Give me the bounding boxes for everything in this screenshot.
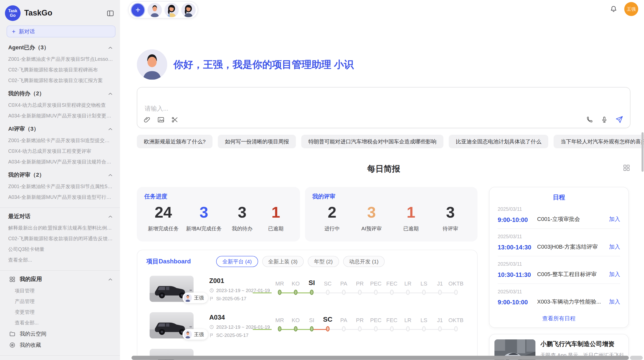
scissors-icon[interactable] — [171, 116, 179, 124]
dashboard-filter[interactable]: 全新上装 (3) — [262, 256, 304, 267]
agent-avatar[interactable] — [164, 3, 179, 17]
milestone-dot[interactable] — [278, 290, 282, 295]
metrics-row: 24新增完成任务3新增AI完成任务3我的待办1已逾期 — [144, 204, 292, 232]
milestone-dot[interactable] — [422, 290, 426, 295]
milestone-dot[interactable] — [438, 326, 442, 332]
sidebar-item-star[interactable]: 我的收藏 — [0, 339, 120, 351]
sidebar-section-header[interactable]: AI评审（3） — [0, 123, 120, 135]
milestone-track: MRKOSISCPAPRPECFECLRLSJ1OKTB — [272, 316, 477, 333]
sidebar-item-folder[interactable]: 我的云空间 — [0, 328, 120, 339]
sidebar-item-people[interactable]: AI超级员工 — [0, 358, 120, 360]
microphone-icon[interactable] — [601, 116, 608, 124]
milestone-dot[interactable] — [342, 326, 346, 332]
message-composer[interactable]: 请输入... — [137, 87, 631, 128]
event-time: 10:30-11:30 — [498, 271, 537, 278]
dashboard-filter[interactable]: 年型 (2) — [308, 256, 339, 267]
milestone-dot[interactable] — [310, 290, 314, 295]
dashboard-filter[interactable]: 动总开发 (1) — [343, 256, 385, 267]
sidebar-section-header[interactable]: 我的待办（2） — [0, 87, 120, 100]
sidebar-item[interactable]: A034-全新新能源MUV产品开发项目计划变更表编写 — [0, 111, 120, 121]
attachment-icon[interactable] — [143, 116, 151, 124]
project-dashboard-card: 项目Dashboard 全新平台 (4)全新上装 (3)年型 (2)动总开发 (… — [137, 250, 477, 360]
assistant-avatar — [137, 49, 167, 80]
notification-bell-icon[interactable] — [609, 5, 618, 13]
user-avatar[interactable]: 王强 — [624, 2, 638, 16]
sidebar-item[interactable]: C02-飞腾新能源轻客改款项目的闭环通告反馈情况 — [0, 233, 120, 244]
milestone-dot[interactable] — [342, 290, 346, 295]
project-row[interactable]: 王强Z0012023-12-19 ~ 2027-01-19SI-2025-05-… — [146, 276, 477, 302]
sidebar-item[interactable]: C0X4-动力总成开发项目SI里程碑提交物检查 — [0, 100, 120, 111]
sidebar-item[interactable]: 变更管理 — [0, 307, 120, 318]
milestone-dot[interactable] — [422, 326, 426, 332]
sidebar-section-header[interactable]: 我的评审（2） — [0, 169, 120, 181]
project-dates: 2023-12-19 ~ 2026-01-19 — [209, 324, 272, 329]
quick-agents-bar: + — [128, 1, 198, 19]
milestone-dot[interactable] — [326, 290, 330, 295]
add-agent-button[interactable]: + — [131, 3, 145, 17]
project-row[interactable]: 王强A0342023-12-19 ~ 2026-01-19SC-2025-05-… — [146, 312, 477, 338]
sidebar-item[interactable]: 产品管理 — [0, 296, 120, 307]
milestone-dot[interactable] — [406, 290, 410, 295]
send-icon[interactable] — [615, 115, 623, 124]
sidebar-item[interactable]: A034-全新新能源MUV产品开发项目造型可行性评审 — [0, 192, 120, 203]
sidebar-section-recent-header[interactable]: 最近对话 — [0, 210, 120, 222]
horizontal-scrollbar[interactable] — [131, 356, 629, 360]
milestone-dot[interactable] — [390, 326, 394, 332]
join-meeting-link[interactable]: 加入 — [609, 298, 620, 306]
assistant-greeting: 你好，王强，我是你的项目管理助理 小识 — [173, 58, 354, 71]
agent-avatar[interactable] — [148, 3, 162, 17]
sidebar-item[interactable]: 解释最新出台的欧盟报废车法规再生塑料比例被调至15%... — [0, 223, 120, 233]
layout-grid-icon[interactable] — [623, 164, 631, 172]
vertical-scrollbar[interactable] — [641, 132, 643, 172]
suggestion-chip[interactable]: 特朗普可能对进口汽车增税会对中国车企造成哪些影响 — [301, 135, 444, 148]
metric: 3我的待办 — [229, 204, 255, 232]
suggestion-chip[interactable]: 欧洲新规最近颁布了什么? — [137, 135, 213, 148]
milestone-dot[interactable] — [406, 326, 410, 332]
horizontal-scrollbar-track — [630, 356, 643, 360]
milestone-dot[interactable] — [390, 290, 394, 295]
sidebar-section-header[interactable]: Agent已办（3） — [0, 41, 120, 54]
join-meeting-link[interactable]: 加入 — [609, 243, 620, 251]
sidebar-item[interactable]: A034-全新新能源MUV产品开发项目法规符合性评审 — [0, 157, 120, 167]
suggestion-chip[interactable]: 比亚迪全固态电池计划具体说了什么 — [449, 135, 548, 148]
sidebar-item[interactable]: C02-飞腾新能源轻客改款项目里程碑画布 — [0, 65, 120, 75]
event-name: C005-整车工程目标评审 — [537, 271, 605, 278]
sidebar-item[interactable]: 查看全部... — [0, 318, 120, 328]
milestone-dot[interactable] — [294, 290, 298, 295]
sidebar-item[interactable]: 项目管理 — [0, 286, 120, 296]
image-icon[interactable] — [157, 116, 165, 124]
sidebar-item[interactable]: C0X4-动力总成开发项目工程变更评审 — [0, 146, 120, 157]
phone-call-icon[interactable] — [586, 116, 594, 124]
milestone-label: SI — [304, 317, 320, 323]
join-meeting-link[interactable]: 加入 — [609, 216, 620, 223]
milestone-dot[interactable] — [278, 326, 282, 332]
sidebar-link-label: 我的收藏 — [20, 341, 41, 349]
milestone-dot[interactable] — [358, 326, 362, 332]
milestone-dot[interactable] — [374, 326, 378, 332]
milestone-dot[interactable] — [454, 326, 458, 332]
agent-avatar[interactable] — [181, 3, 196, 17]
milestone-dot[interactable] — [294, 326, 298, 332]
milestone-dot[interactable] — [310, 326, 314, 332]
view-all-schedule-link[interactable]: 查看所有日程 — [498, 315, 620, 322]
milestone-dot[interactable] — [358, 290, 362, 295]
new-chat-button[interactable]: + 新对话 — [7, 25, 115, 37]
project-code: A034 — [209, 314, 272, 321]
sidebar-item[interactable]: C02-飞腾新能源轻客改款项目立项汇报方案 — [0, 75, 120, 86]
milestone-dot[interactable] — [374, 290, 378, 295]
sidebar-item[interactable]: 公司Q3轻卡销量 — [0, 244, 120, 255]
sidebar-item[interactable]: Z001-全新燃油皮卡产品开发项目SI节点Lesson Learn报告 — [0, 54, 120, 65]
sidebar-section-my-apps-header[interactable]: 我的应用 — [0, 273, 120, 286]
sidebar-item[interactable]: 查看全部... — [0, 255, 120, 265]
suggestion-chip[interactable]: 如何写一份清晰的项目周报 — [218, 135, 296, 148]
milestone-dot[interactable] — [454, 290, 458, 295]
milestone-label: FEC — [384, 281, 400, 287]
join-meeting-link[interactable]: 加入 — [609, 271, 620, 278]
milestone-dot[interactable] — [438, 290, 442, 295]
dashboard-filter[interactable]: 全新平台 (4) — [216, 256, 258, 267]
milestone-dot[interactable] — [326, 326, 330, 332]
sidebar-item[interactable]: Z001-全新燃油轻卡产品开发项目SI节点属性5D文件评审 — [0, 181, 120, 192]
collapse-sidebar-icon[interactable] — [106, 9, 114, 17]
sidebar-item[interactable]: Z001-全新燃油轻卡产品开发项目SI造型提交物评审 — [0, 135, 120, 146]
suggestion-chip[interactable]: 当下年轻人对汽车外观有怎样的喜好趋势 — [554, 135, 644, 148]
